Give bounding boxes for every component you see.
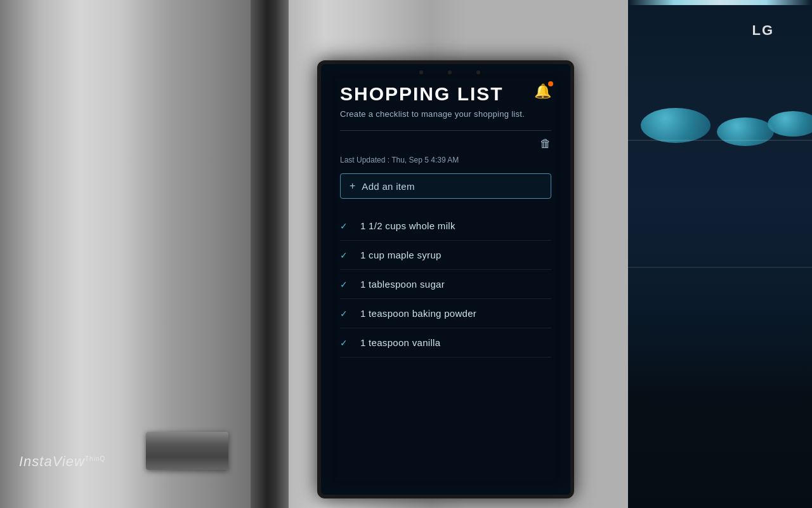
smart-screen: SHOPPING LIST 🔔 Create a checklist to ma… <box>317 60 574 498</box>
list-item[interactable]: ✓ 1 teaspoon vanilla <box>340 328 551 358</box>
toolbar-row: 🗑 <box>340 137 551 150</box>
check-icon-3: ✓ <box>340 279 350 290</box>
bowl-1 <box>641 108 710 143</box>
fridge-interior <box>628 0 812 508</box>
item-text-3: 1 tablespoon sugar <box>360 279 445 290</box>
plus-icon: + <box>350 180 355 192</box>
camera-dot-left <box>419 70 423 74</box>
item-text-5: 1 teaspoon vanilla <box>360 337 440 348</box>
list-item[interactable]: ✓ 1 1/2 cups whole milk <box>340 211 551 241</box>
shelf-line-2 <box>628 267 812 268</box>
check-icon-4: ✓ <box>340 309 350 319</box>
list-item[interactable]: ✓ 1 tablespoon sugar <box>340 270 551 299</box>
notification-button[interactable]: 🔔 <box>534 83 551 100</box>
list-item[interactable]: ✓ 1 teaspoon baking powder <box>340 299 551 328</box>
lg-logo: LG <box>752 22 774 39</box>
add-item-input[interactable]: + Add an item <box>340 173 551 199</box>
door-gap <box>251 0 292 508</box>
check-icon-5: ✓ <box>340 338 350 348</box>
bowl-2 <box>717 117 774 146</box>
screen-content: SHOPPING LIST 🔔 Create a checklist to ma… <box>321 64 570 495</box>
shelf-line-1 <box>628 140 812 141</box>
page-title: SHOPPING LIST <box>340 83 504 104</box>
shopping-list: ✓ 1 1/2 cups whole milk ✓ 1 cup maple sy… <box>340 211 551 358</box>
item-text-1: 1 1/2 cups whole milk <box>360 220 455 231</box>
door-handle <box>146 432 228 470</box>
header-row: SHOPPING LIST 🔔 <box>340 83 551 104</box>
page-subtitle: Create a checklist to manage your shoppi… <box>340 109 551 119</box>
instaview-label: InstaViewThinQ <box>19 453 105 470</box>
check-icon-2: ✓ <box>340 250 350 260</box>
list-item[interactable]: ✓ 1 cup maple syrup <box>340 241 551 270</box>
add-item-placeholder: Add an item <box>362 181 414 192</box>
header-divider <box>340 130 551 131</box>
check-icon-1: ✓ <box>340 221 350 231</box>
camera-dot-center <box>448 70 452 74</box>
notification-badge <box>548 81 553 86</box>
bowl-3 <box>768 111 812 137</box>
led-strip <box>628 0 812 5</box>
delete-button[interactable]: 🗑 <box>540 137 551 150</box>
camera-dot-right <box>476 70 480 74</box>
item-text-2: 1 cup maple syrup <box>360 250 442 260</box>
item-text-4: 1 teaspoon baking powder <box>360 308 476 319</box>
last-updated-text: Last Updated : Thu, Sep 5 4:39 AM <box>340 156 551 164</box>
